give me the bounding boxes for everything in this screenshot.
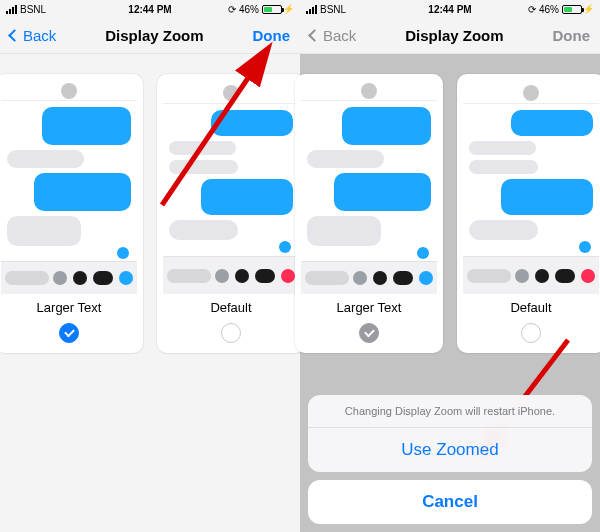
battery-icon [262,5,282,14]
clock-label: 12:44 PM [128,4,171,15]
back-label: Back [323,27,356,44]
option-default-label: Default [210,300,251,315]
signal-icon [6,5,17,14]
battery-icon [562,5,582,14]
nav-bar: Back Display Zoom Done [0,18,300,54]
status-bar: BSNL 12:44 PM ⟳ 46% ⚡ [0,0,300,18]
radio-larger[interactable] [59,323,79,343]
back-label: Back [23,27,56,44]
battery-pct: 46% [239,4,259,15]
done-button[interactable]: Done [253,27,291,44]
cancel-button[interactable]: Cancel [308,480,592,524]
clock-label: 12:44 PM [428,4,471,15]
carrier-label: BSNL [320,4,346,15]
screenshot-left: BSNL 12:44 PM ⟳ 46% ⚡ Back Display Zoom … [0,0,300,532]
done-button: Done [553,27,591,44]
page-title: Display Zoom [105,27,203,44]
use-zoomed-button[interactable]: Use Zoomed [308,428,592,472]
nav-bar: Back Display Zoom Done [300,18,600,54]
preview-default [163,82,299,294]
preview-default [463,82,599,294]
charging-icon: ⚡ [583,4,594,14]
back-button: Back [310,27,356,44]
charging-icon: ⚡ [283,4,294,14]
option-default-label: Default [510,300,551,315]
option-larger[interactable]: Larger Text [0,74,143,353]
preview-larger [1,82,137,294]
battery-pct: 46% [539,4,559,15]
radio-larger [359,323,379,343]
avatar-icon [223,85,239,101]
radio-default[interactable] [221,323,241,343]
status-bar: BSNL 12:44 PM ⟳ 46% ⚡ [300,0,600,18]
option-default: Default [457,74,600,353]
options-area: Larger Text Def [0,54,300,532]
option-larger-label: Larger Text [337,300,402,315]
sheet-message: Changing Display Zoom will restart iPhon… [308,395,592,428]
refresh-icon: ⟳ [528,4,536,15]
chevron-left-icon [8,29,21,42]
back-button[interactable]: Back [10,27,56,44]
chevron-left-icon [308,29,321,42]
carrier-label: BSNL [20,4,46,15]
action-sheet: Changing Display Zoom will restart iPhon… [300,387,600,532]
option-default[interactable]: Default [157,74,305,353]
preview-larger [301,82,437,294]
option-larger-label: Larger Text [37,300,102,315]
avatar-icon [523,85,539,101]
radio-default [521,323,541,343]
refresh-icon: ⟳ [228,4,236,15]
page-title: Display Zoom [405,27,503,44]
screenshot-right: BSNL 12:44 PM ⟳ 46% ⚡ Back Display Zoom … [300,0,600,532]
signal-icon [306,5,317,14]
option-larger: Larger Text [295,74,443,353]
avatar-icon [361,83,377,99]
avatar-icon [61,83,77,99]
